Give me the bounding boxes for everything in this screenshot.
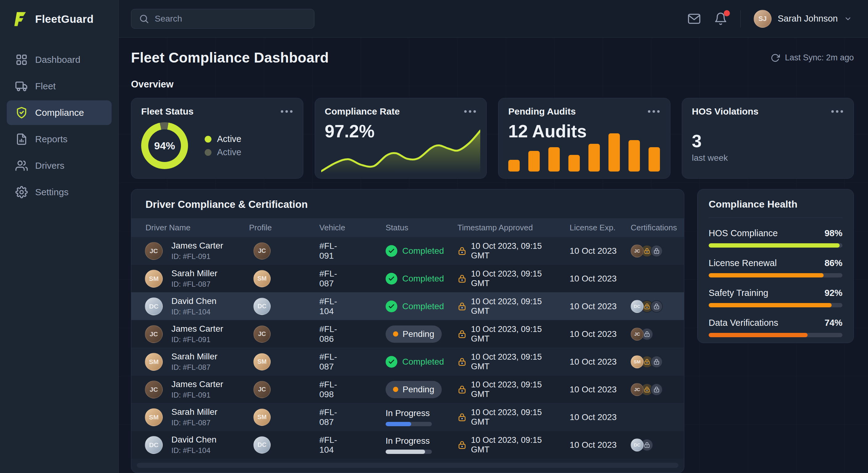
notification-badge [724,10,730,16]
table-row[interactable]: JCJames CarterID: #FL-091JC#FL-098Pendin… [131,375,684,403]
table-row[interactable]: JCJames CarterID: #FL-091JC#FL-091Comple… [131,237,684,265]
metric-bar-fill [709,273,824,277]
more-options-button[interactable] [464,108,476,115]
progress-track [385,422,432,426]
license-cell: 10 Oct 2023 [560,246,624,256]
column-header: License Exp. [560,223,624,233]
certifications-cell: JC [624,244,684,258]
metric-label: License Renewal [709,258,777,268]
table-scrollbar-track[interactable] [137,463,678,468]
sidebar-item-reports[interactable]: Reports [7,127,112,151]
more-options-button[interactable] [831,108,844,115]
driver-name: Sarah Miller [172,269,217,278]
compliance-rate-sparkline [321,128,480,174]
cert-lock-gray-badge [650,383,663,396]
check-circle-icon [385,245,397,257]
avatar: SM [145,353,163,371]
table-row[interactable]: SMSarah MillerID: #FL-087SM#FL-087In Pro… [131,403,684,431]
sidebar-item-label: Settings [35,187,68,197]
timestamp-cell: 10 Oct 2023, 09:15 GMT [439,325,560,344]
lock-icon [458,385,467,394]
avatar: DC [631,439,644,451]
sidebar-item-compliance[interactable]: Compliance [7,100,112,125]
chevron-down-icon [844,15,852,23]
timestamp-cell: 10 Oct 2023, 09:15 GMT [439,408,560,427]
lock-icon [653,303,660,310]
status-label: Completed [402,357,444,367]
card-title: Fleet Status [141,106,193,117]
driver-name: Sarah Miller [172,407,217,417]
more-options-button[interactable] [647,108,660,115]
user-menu[interactable]: SJ Sarah Johnson [754,10,852,28]
pending-audits-bar-chart [508,132,660,171]
driver-name: David Chen [172,435,216,445]
vehicle-cell: #FL-104 [285,297,347,316]
lock-icon [653,247,660,255]
main-content: Fleet Compliance Dashboard Last Sync: 2m… [119,38,868,473]
table-row[interactable]: DCDavid ChenID: #FL-104DC#FL-104Complete… [131,292,684,320]
column-header: Certifications [624,223,684,233]
sidebar-item-fleet[interactable]: Fleet [7,74,112,99]
avatar: DC [145,436,163,454]
status-completed-badge: Completed [385,245,439,257]
status-cell: In Progress [347,408,439,426]
status-completed-badge: Completed [385,301,439,312]
profile-cell: SM [239,409,285,426]
fleetguard-logo-icon [12,11,28,27]
table-body: JCJames CarterID: #FL-091JC#FL-091Comple… [131,237,684,459]
mail-button[interactable] [687,12,701,26]
lock-icon [644,303,650,310]
last-sync-label: Last Sync: 2m ago [785,53,854,63]
timestamp-cell: 10 Oct 2023, 09:15 GMT [439,352,560,371]
check-circle-icon [385,301,397,312]
profile-cell: SM [239,270,285,287]
status-pending-badge: Pending [385,381,442,398]
last-sync[interactable]: Last Sync: 2m ago [771,53,854,63]
vehicle-cell: #FL-087 [285,352,347,372]
hos-violations-card: HOS Violations 3 last week [682,98,854,179]
table-row[interactable]: JCJames CarterID: #FL-091JC#FL-086Pendin… [131,320,684,348]
avatar: DC [253,436,271,453]
status-cell: Completed [347,245,439,257]
audit-bar [508,160,520,171]
table-row[interactable]: SMSarah MillerID: #FL-087SM#FL-087Comple… [131,265,684,292]
lock-icon [644,359,650,365]
search-box[interactable] [131,9,314,29]
lock-icon [458,440,467,449]
topbar: SJ Sarah Johnson [119,0,868,38]
page-title: Fleet Compliance Dashboard [131,49,329,66]
audit-bar [649,147,660,171]
fleet-status-legend: ActiveActive [205,131,241,161]
audit-bar [528,151,540,171]
timestamp-label: 10 Oct 2023, 09:15 GMT [471,435,560,454]
metric-bar-track [709,243,842,247]
sidebar-item-settings[interactable]: Settings [7,180,112,204]
sidebar-item-label: Compliance [35,107,84,118]
sidebar-item-drivers[interactable]: Drivers [7,154,112,178]
table-row[interactable]: DCDavid ChenID: #FL-104DC#FL-104In Progr… [131,431,684,459]
status-label: In Progress [385,436,430,446]
timestamp-label: 10 Oct 2023, 09:15 GMT [471,380,560,399]
more-options-button[interactable] [280,108,293,115]
timestamp-cell: 10 Oct 2023, 09:15 GMT [439,241,560,261]
column-header: Vehicle [285,223,347,233]
status-cell: Completed [347,356,439,368]
avatar: SM [253,270,271,287]
check-icon [388,359,395,365]
avatar: JC [631,383,644,396]
notifications-button[interactable] [714,12,727,26]
profile-cell: JC [239,242,285,260]
search-input[interactable] [155,14,307,24]
sidebar-item-dashboard[interactable]: Dashboard [7,47,112,72]
panel-title: Compliance Health [709,190,842,218]
metric-label: Safety Training [709,288,768,298]
driver-cell: JCJames CarterID: #FL-091 [131,324,239,344]
table-row[interactable]: SMSarah MillerID: #FL-087SM#FL-087Comple… [131,348,684,375]
legend-dot [205,136,212,143]
metric-value: 92% [825,288,842,298]
avatar: JC [145,381,163,399]
status-cell: Completed [347,301,439,312]
avatar: JC [631,328,644,341]
metric-bar-track [709,333,842,337]
avatar: SM [631,356,644,368]
